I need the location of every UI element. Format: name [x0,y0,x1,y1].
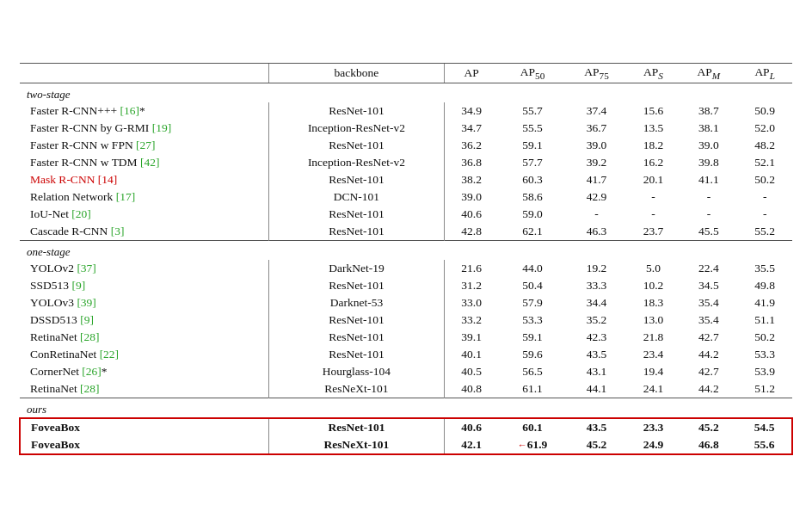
table-row: Mask R-CNN [14]ResNet-10138.260.341.720.… [20,171,792,188]
table-row: CornerNet [26]*Hourglass-10440.556.543.1… [20,363,792,380]
cell-ap50: 56.5 [498,363,566,380]
cell-apl: 49.8 [737,277,792,294]
cell-aps: 13.0 [626,311,680,329]
cell-aps: 23.3 [626,418,680,436]
cell-ap50: 59.6 [498,346,566,363]
cell-ap50: 57.7 [498,154,566,171]
cell-ap50: ←61.9 [498,436,566,454]
cell-ap: 33.2 [445,311,499,329]
cell-ap75: 42.3 [567,329,627,346]
cell-ap75: 42.9 [567,188,627,206]
cell-apm: 38.1 [680,120,737,137]
cell-ap: 36.2 [445,137,499,154]
cell-ap75: 43.5 [567,418,627,436]
table-row: FoveaBoxResNet-10140.660.143.523.345.254… [20,418,792,436]
cell-ap: 40.6 [445,418,499,436]
cell-apm: - [680,206,737,223]
cell-ap50: 58.6 [498,188,566,206]
cell-apm: 35.4 [680,311,737,329]
cell-ap50: 61.1 [498,380,566,398]
cell-ap50: 55.7 [498,102,566,120]
col-header-backbone: backbone [268,64,444,83]
cell-ap: 21.6 [445,260,499,277]
cell-apl: 48.2 [737,137,792,154]
cell-ap75: 43.1 [567,363,627,380]
table-row: FoveaBoxResNeXt-10142.1←61.945.224.946.8… [20,436,792,454]
cell-ap: 34.7 [445,120,499,137]
cell-ap75: 45.2 [567,436,627,454]
cell-ap: 36.8 [445,154,499,171]
cell-backbone: ResNeXt-101 [268,436,444,454]
cell-aps: 21.8 [626,329,680,346]
cell-aps: 5.0 [626,260,680,277]
cell-ap75: 37.4 [567,102,627,120]
cell-backbone: DarkNet-19 [268,260,444,277]
cell-backbone: ResNet-101 [268,329,444,346]
cell-method: DSSD513 [9] [20,311,268,329]
cell-method: Mask R-CNN [14] [20,171,268,188]
cell-ap75: - [567,206,627,223]
cell-ap50: 59.1 [498,329,566,346]
cell-method: Faster R-CNN w TDM [42] [20,154,268,171]
col-header-ap75: AP75 [567,64,627,83]
cell-method: FoveaBox [20,436,268,454]
cell-apm: 44.2 [680,346,737,363]
cell-apl: - [737,188,792,206]
col-header-aps: APS [626,64,680,83]
cell-method: Faster R-CNN+++ [16]* [20,102,268,120]
cell-apl: 52.1 [737,154,792,171]
cell-apm: 35.4 [680,294,737,311]
cell-ap50: 59.0 [498,206,566,223]
cell-backbone: Inception-ResNet-v2 [268,120,444,137]
cell-ap50: 55.5 [498,120,566,137]
cell-aps: 10.2 [626,277,680,294]
cell-apm: 41.1 [680,171,737,188]
cell-ap: 40.6 [445,206,499,223]
table-row: YOLOv2 [37]DarkNet-1921.644.019.25.022.4… [20,260,792,277]
cell-aps: 24.1 [626,380,680,398]
cell-apm: 42.7 [680,329,737,346]
cell-method: ConRetinaNet [22] [20,346,268,363]
table-row: SSD513 [9]ResNet-10131.250.433.310.234.5… [20,277,792,294]
cell-ap75: 39.2 [567,154,627,171]
table-row: Faster R-CNN+++ [16]*ResNet-10134.955.73… [20,102,792,120]
cell-ap50: 62.1 [498,223,566,241]
cell-apm: 45.2 [680,418,737,436]
cell-apm: 42.7 [680,363,737,380]
cell-ap75: 46.3 [567,223,627,241]
cell-ap75: 43.5 [567,346,627,363]
cell-aps: 18.3 [626,294,680,311]
cell-apm: 39.0 [680,137,737,154]
cell-apm: 46.8 [680,436,737,454]
cell-method: CornerNet [26]* [20,363,268,380]
cell-method: IoU-Net [20] [20,206,268,223]
cell-backbone: ResNet-101 [268,277,444,294]
col-header-ap50: AP50 [498,64,566,83]
cell-apl: 51.2 [737,380,792,398]
table-row: Cascade R-CNN [3]ResNet-10142.862.146.32… [20,223,792,241]
cell-apm: 22.4 [680,260,737,277]
section-label-ours: ours [20,398,792,418]
cell-aps: 16.2 [626,154,680,171]
cell-ap: 33.0 [445,294,499,311]
table-row: Faster R-CNN by G-RMI [19]Inception-ResN… [20,120,792,137]
cell-apm: 34.5 [680,277,737,294]
cell-apl: 50.2 [737,171,792,188]
cell-apl: 53.9 [737,363,792,380]
cell-ap50: 50.4 [498,277,566,294]
table-row: RetinaNet [28]ResNeXt-10140.861.144.124.… [20,380,792,398]
cell-ap75: 34.4 [567,294,627,311]
table-row: Relation Network [17]DCN-10139.058.642.9… [20,188,792,206]
cell-ap: 31.2 [445,277,499,294]
cell-apl: 41.9 [737,294,792,311]
cell-method: RetinaNet [28] [20,380,268,398]
cell-backbone: ResNeXt-101 [268,380,444,398]
cell-method: Relation Network [17] [20,188,268,206]
cell-backbone: Darknet-53 [268,294,444,311]
cell-aps: 18.2 [626,137,680,154]
table-row: IoU-Net [20]ResNet-10140.659.0---- [20,206,792,223]
cell-apm: - [680,188,737,206]
cell-method: RetinaNet [28] [20,329,268,346]
section-header-one-stage: one-stage [20,240,792,260]
cell-aps: 23.7 [626,223,680,241]
